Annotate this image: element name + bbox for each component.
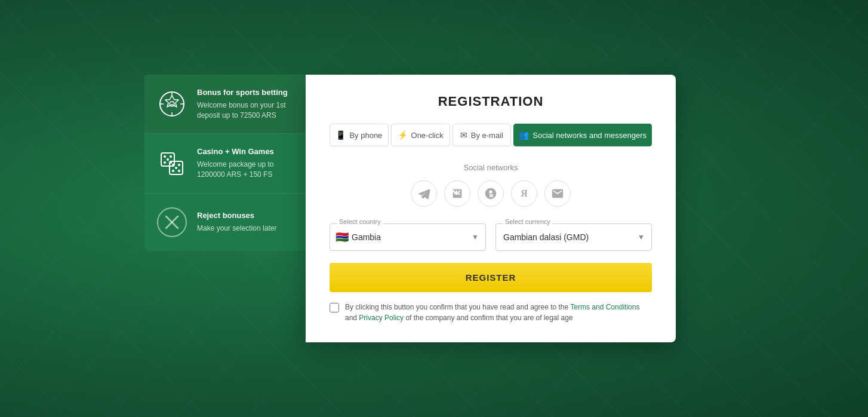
privacy-link[interactable]: Privacy Policy (359, 314, 404, 322)
casino-bonus-title: Casino + Win Games (197, 147, 294, 157)
modal-title: REGISTRATION (330, 94, 652, 109)
register-button[interactable]: REGISTER (330, 263, 652, 292)
country-group: Select country 🇬🇲 Gambia Argentina Unite… (330, 223, 486, 251)
svg-point-14 (172, 164, 174, 166)
terms-link[interactable]: Terms and Conditions (570, 303, 639, 311)
terms-text-middle: and (345, 314, 359, 322)
social-icon: 👥 (519, 130, 529, 140)
registration-modal: REGISTRATION 📱 By phone ⚡ One-click ✉ By… (306, 75, 676, 342)
lightning-icon: ⚡ (398, 130, 408, 140)
terms-text-before: By clicking this button you confirm that… (345, 303, 570, 311)
casino-bonus-text: Casino + Win Games Welcome package up to… (197, 147, 294, 179)
mailru-button[interactable] (544, 180, 571, 207)
tab-email[interactable]: ✉ By e-mail (453, 124, 512, 146)
sports-bonus-desc: Welcome bonus on your 1st deposit up to … (197, 100, 294, 121)
country-select-wrapper: 🇬🇲 Gambia Argentina United States United… (330, 223, 486, 251)
country-select[interactable]: Gambia Argentina United States United Ki… (330, 223, 486, 251)
form-row: Select country 🇬🇲 Gambia Argentina Unite… (330, 223, 652, 251)
terms-row: By clicking this button you confirm that… (330, 302, 652, 323)
svg-point-16 (175, 167, 177, 169)
reject-bonus-desc: Make your selection later (197, 223, 276, 234)
currency-label: Select currency (503, 218, 553, 225)
sports-bonus-title: Bonus for sports betting (197, 88, 294, 98)
ok-button[interactable] (478, 180, 504, 207)
tab-phone[interactable]: 📱 By phone (330, 124, 389, 146)
terms-text: By clicking this button you confirm that… (345, 302, 652, 323)
tab-oneclick-label: One-click (411, 131, 444, 140)
svg-point-2 (170, 102, 174, 106)
social-buttons-row: Я (330, 180, 652, 207)
bonus-panel: Bonus for sports betting Welcome bonus o… (144, 75, 306, 251)
svg-point-9 (167, 158, 169, 161)
bonus-casino[interactable]: Casino + Win Games Welcome package up to… (144, 134, 306, 193)
currency-select-wrapper: Gambian dalasi (GMD) Argentine Peso (ARS… (495, 223, 652, 251)
close-icon (156, 207, 187, 238)
tab-phone-label: By phone (349, 131, 382, 140)
dice-icon (156, 148, 187, 179)
social-networks-label: Social networks (330, 163, 652, 172)
tab-social[interactable]: 👥 Social networks and messengers (513, 124, 652, 146)
svg-point-15 (178, 164, 180, 166)
tab-oneclick[interactable]: ⚡ One-click (391, 124, 450, 146)
phone-icon: 📱 (335, 130, 346, 140)
currency-group: Select currency Gambian dalasi (GMD) Arg… (495, 223, 652, 251)
terms-text-after: of the company and confirm that you are … (404, 314, 573, 322)
reject-bonus-title: Reject bonuses (197, 211, 276, 221)
country-label: Select country (337, 218, 383, 225)
telegram-button[interactable] (411, 180, 437, 207)
reject-bonus-text: Reject bonuses Make your selection later (197, 211, 276, 234)
main-container: Bonus for sports betting Welcome bonus o… (144, 75, 676, 342)
svg-point-11 (164, 161, 166, 164)
currency-select[interactable]: Gambian dalasi (GMD) Argentine Peso (ARS… (495, 223, 652, 251)
svg-point-18 (178, 170, 180, 172)
tab-social-label: Social networks and messengers (533, 131, 647, 140)
svg-point-17 (172, 170, 174, 172)
svg-point-8 (164, 155, 166, 158)
svg-point-10 (170, 155, 172, 158)
bonus-sports[interactable]: Bonus for sports betting Welcome bonus o… (144, 75, 306, 134)
terms-checkbox[interactable] (330, 303, 339, 312)
registration-tabs: 📱 By phone ⚡ One-click ✉ By e-mail 👥 Soc… (330, 124, 652, 146)
bonus-reject[interactable]: Reject bonuses Make your selection later (144, 194, 306, 251)
vk-button[interactable] (444, 180, 470, 207)
tab-email-label: By e-mail (471, 131, 503, 140)
yandex-button[interactable]: Я (511, 180, 537, 207)
sports-bonus-text: Bonus for sports betting Welcome bonus o… (197, 88, 294, 120)
casino-bonus-desc: Welcome package up to 1200000 ARS + 150 … (197, 160, 294, 180)
email-icon: ✉ (460, 130, 467, 140)
soccer-icon (156, 88, 187, 119)
